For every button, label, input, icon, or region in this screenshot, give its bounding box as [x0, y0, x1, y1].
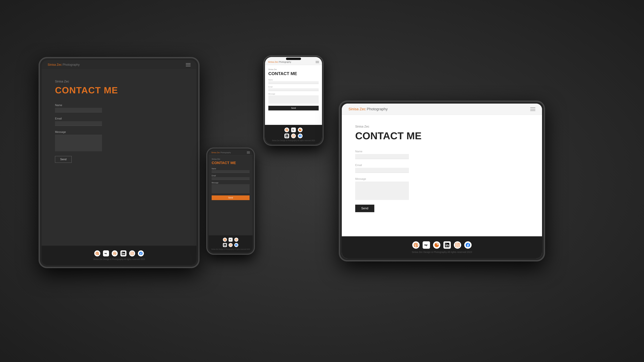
ps-linkedin-icon[interactable]: [223, 243, 227, 247]
dribbble-icon[interactable]: [112, 250, 118, 256]
tr-page-title: CONTACT ME: [355, 130, 528, 142]
tr-message-textarea[interactable]: [355, 182, 409, 200]
pl-message-label: Message: [268, 93, 319, 95]
logo-orange: Sinisa Zec: [48, 63, 62, 66]
ps-name-input[interactable]: [212, 170, 250, 173]
behance-icon[interactable]: [103, 250, 109, 256]
facebook-icon[interactable]: [138, 250, 144, 256]
tr-send-button[interactable]: Send: [355, 205, 374, 212]
tr-content: Sinisa Zec CONTACT ME Name Email Message…: [342, 115, 542, 236]
ps-email-label: Email: [212, 175, 250, 177]
pl-facebook-icon[interactable]: [298, 134, 302, 138]
pl-email-input[interactable]: [268, 88, 319, 91]
ps-message-label: Message: [212, 182, 250, 184]
instagram-icon[interactable]: [129, 250, 135, 256]
message-label: Message: [55, 131, 183, 134]
tr-copyright: Sinisa Zec Design & Photography All righ…: [412, 251, 472, 253]
tablet-left: Sinisa Zec Photography Sinisa Zec CONTAC…: [38, 57, 200, 268]
ps-content: Sinisa Zec CONTACT ME Name Email Message…: [209, 155, 252, 235]
ps-footer: Sinisa Zec Design & Photography All righ…: [209, 235, 252, 252]
devices-wrapper: Sinisa Zec Photography Sinisa Zec CONTAC…: [0, 0, 644, 362]
ps-pinterest-icon[interactable]: [223, 238, 227, 242]
tr-hamburger-icon[interactable]: [530, 107, 535, 111]
pl-send-button[interactable]: Send: [268, 106, 319, 110]
pinterest-icon[interactable]: [94, 250, 100, 256]
pl-hamburger-icon[interactable]: [316, 61, 319, 63]
ps-behance-icon[interactable]: [228, 238, 232, 242]
phone-large: Sinisa Zec Photography Sinisa Zec CONTAC…: [263, 55, 324, 146]
social-icons-row-1: [94, 250, 144, 256]
pl-dribbble-icon[interactable]: [298, 128, 302, 132]
pl-social-row2: [284, 134, 302, 138]
pl-content: Sinisa Zec CONTACT ME Name Email Message…: [265, 65, 322, 125]
ps-email-input[interactable]: [212, 177, 250, 180]
pl-footer: Sinisa Zec Design & Photography All righ…: [265, 125, 322, 144]
ps-social-row2: [223, 243, 238, 247]
ps-social-row1: [223, 238, 238, 242]
ps-breadcrumb: Sinisa Zec: [212, 158, 250, 160]
message-textarea[interactable]: [55, 135, 102, 151]
tablet-left-footer: Sinisa Zec Design & Photography All righ…: [42, 246, 196, 265]
tr-email-label: Email: [355, 164, 528, 167]
tr-facebook-icon[interactable]: [464, 241, 472, 249]
tablet-right-screen: Sinisa Zec Photography Sinisa Zec CONTAC…: [342, 104, 542, 258]
name-input[interactable]: [55, 108, 102, 112]
ps-name-label: Name: [212, 168, 250, 170]
page-title: CONTACT ME: [55, 85, 183, 95]
pl-pinterest-icon[interactable]: [284, 128, 289, 132]
tr-logo: Sinisa Zec Photography: [348, 107, 388, 111]
tr-dribbble-icon[interactable]: [433, 241, 440, 249]
linkedin-icon[interactable]: [120, 250, 126, 256]
phone-notch: [286, 58, 301, 60]
pl-copyright: Sinisa Zec Design & Photography All righ…: [272, 140, 315, 141]
hamburger-menu-icon[interactable]: [186, 63, 190, 66]
ps-dribbble-icon[interactable]: [234, 238, 238, 242]
tablet-left-screen: Sinisa Zec Photography Sinisa Zec CONTAC…: [42, 60, 196, 265]
tablet-left-navbar: Sinisa Zec Photography: [42, 60, 196, 70]
tr-behance-icon[interactable]: [422, 241, 430, 249]
breadcrumb-label: Sinisa Zec: [55, 80, 183, 83]
pl-linkedin-icon[interactable]: [284, 134, 289, 138]
tr-breadcrumb: Sinisa Zec: [355, 125, 528, 128]
name-label: Name: [55, 104, 183, 107]
tr-navbar: Sinisa Zec Photography: [342, 104, 542, 115]
pl-name-input[interactable]: [268, 81, 319, 84]
tr-message-label: Message: [355, 177, 528, 180]
tablet-left-logo: Sinisa Zec Photography: [48, 63, 80, 66]
ps-facebook-icon[interactable]: [234, 243, 238, 247]
pl-social-row1: [284, 128, 302, 132]
tr-name-input[interactable]: [355, 154, 409, 159]
tr-email-input[interactable]: [355, 168, 409, 173]
tablet-left-content: Sinisa Zec CONTACT ME Name Email Message…: [42, 70, 196, 246]
pl-email-label: Email: [268, 86, 319, 88]
tr-instagram-icon[interactable]: [454, 241, 461, 249]
phone-small-screen: Sinisa Zec Photography Sinisa Zec CONTAC…: [209, 150, 252, 252]
ps-page-title: CONTACT ME: [212, 161, 250, 165]
pl-page-title: CONTACT ME: [268, 71, 319, 76]
send-button[interactable]: Send: [55, 156, 72, 163]
pl-behance-icon[interactable]: [291, 128, 296, 132]
tr-linkedin-icon[interactable]: [444, 241, 451, 249]
phone-small: Sinisa Zec Photography Sinisa Zec CONTAC…: [206, 147, 255, 255]
pl-name-label: Name: [268, 79, 319, 81]
tr-footer: Sinisa Zec Design & Photography All righ…: [342, 236, 542, 258]
copyright-text: Sinisa Zec Design & Photography All righ…: [93, 258, 145, 260]
ps-logo: Sinisa Zec Photography: [211, 151, 231, 153]
ps-message-textarea[interactable]: [212, 184, 250, 193]
ps-copyright: Sinisa Zec Design & Photography All righ…: [211, 248, 250, 250]
email-label: Email: [55, 117, 183, 120]
tr-social-icons: [412, 241, 472, 249]
tr-pinterest-icon[interactable]: [412, 241, 420, 249]
tablet-right: Sinisa Zec Photography Sinisa Zec CONTAC…: [339, 100, 545, 261]
pl-breadcrumb: Sinisa Zec: [268, 68, 319, 70]
ps-send-button[interactable]: Send: [212, 195, 250, 200]
ps-instagram-icon[interactable]: [228, 243, 232, 247]
tr-name-label: Name: [355, 150, 528, 153]
phone-large-screen: Sinisa Zec Photography Sinisa Zec CONTAC…: [265, 57, 322, 144]
pl-logo: Sinisa Zec Photography: [268, 61, 291, 63]
pl-instagram-icon[interactable]: [291, 134, 296, 138]
ps-navbar: Sinisa Zec Photography: [209, 150, 252, 155]
pl-message-textarea[interactable]: [268, 95, 319, 104]
ps-hamburger-icon[interactable]: [247, 151, 250, 153]
email-input[interactable]: [55, 121, 102, 126]
